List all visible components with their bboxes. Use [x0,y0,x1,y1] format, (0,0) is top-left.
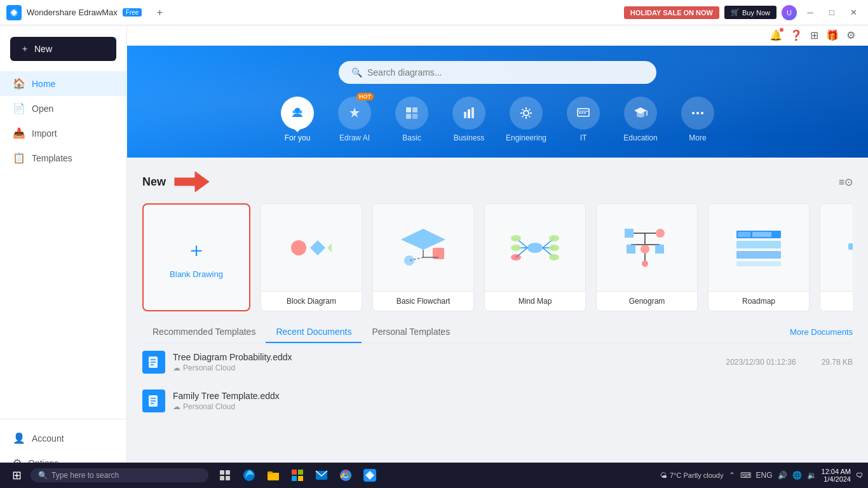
account-icon: 👤 [13,432,25,444]
svg-rect-8 [464,112,466,118]
svg-point-51 [641,245,649,254]
doc-location: ☁ Personal Cloud [173,363,726,372]
volume-icon[interactable]: 🔊 [778,471,787,480]
start-button[interactable]: ⊞ [5,466,28,485]
blank-drawing-card[interactable]: ＋ Blank Drawing [142,203,250,311]
task-view-button[interactable] [214,464,236,487]
svg-marker-25 [327,243,332,252]
category-basic[interactable]: Basic [390,97,434,142]
svg-rect-64 [848,243,853,250]
category-engineering[interactable]: Engineering [504,97,548,142]
education-icon [624,97,657,130]
view-options-button[interactable]: ≡⊙ [839,176,853,188]
svg-point-54 [642,261,648,267]
flowchart-label: Basic Flowchart [373,291,473,311]
plus-icon: ＋ [186,236,207,264]
tabs-row: Recommended Templates Recent Documents P… [142,322,853,343]
settings-icon[interactable]: ⚙ [846,29,855,41]
taskbar-icons [214,464,381,487]
hero-banner: 🔍 For you [127,46,868,158]
table-row[interactable]: Family Tree Template.eddx ☁ Personal Clo… [142,382,853,421]
network-icon[interactable]: 🌐 [792,471,802,480]
template-card-flowchart[interactable]: Basic Flowchart [372,203,474,311]
store-button[interactable] [286,464,309,487]
flowchart-preview [373,204,473,291]
notification-icon[interactable]: 🔔 [770,29,782,41]
more-documents-link[interactable]: More Documents [790,327,853,337]
template-cards: ＋ Blank Drawing Block Diagram [142,203,853,311]
svg-rect-58 [736,261,781,266]
svg-rect-4 [406,107,411,112]
svg-marker-22 [175,172,209,192]
edrawmax-button[interactable] [358,464,381,487]
content-area: 🔔 ❓ ⊞ 🎁 ⚙ 🔍 [127,25,868,488]
mail-button[interactable] [310,464,333,487]
svg-rect-6 [406,114,411,119]
doc-date: 2023/12/30 01:12:36 [726,358,796,367]
cloud-icon: ☁ [173,363,180,372]
template-card-mindmap[interactable]: Mind Map [484,203,586,311]
minimize-button[interactable]: ─ [802,4,818,21]
edge-browser-button[interactable] [238,464,261,487]
weather-icon: 🌤 [660,471,667,479]
table-row[interactable]: Tree Diagram Probability.eddx ☁ Personal… [142,343,853,382]
business-icon [452,97,485,130]
new-button[interactable]: ＋ New [10,37,116,61]
help-icon[interactable]: ❓ [790,29,803,41]
weather-widget[interactable]: 🌤 7°C Partly cloudy [660,471,724,479]
svg-point-3 [299,111,302,114]
search-input[interactable] [367,67,644,78]
category-edrawai[interactable]: HOT Edraw AI [332,97,377,142]
new-header: New ≡⊙ [142,170,853,193]
roadmap-preview [709,204,809,291]
chevron-up-icon[interactable]: ⌃ [729,471,735,480]
template-card-block[interactable]: Block Diagram [261,203,362,311]
doc-name: Tree Diagram Probability.eddx [173,352,726,362]
add-tab-button[interactable]: + [152,5,167,20]
category-education[interactable]: Education [618,97,663,142]
svg-rect-7 [412,114,417,119]
gift-icon[interactable]: 🎁 [826,29,839,41]
sidebar-item-home[interactable]: 🏠 Home [0,71,126,96]
sidebar-item-open[interactable]: 📄 Open [0,96,126,121]
foryou-icon [281,97,314,130]
file-explorer-button[interactable] [262,464,285,487]
chrome-button[interactable] [334,464,357,487]
maximize-button[interactable]: □ [824,4,840,21]
orgchart-label: Org Cha... [820,291,853,311]
close-button[interactable]: ✕ [845,4,862,21]
svg-rect-83 [298,470,303,475]
svg-rect-45 [625,229,634,238]
new-label: New [142,175,166,189]
notification-center-icon[interactable]: 🗨 [856,471,863,479]
buy-now-button[interactable]: 🛒 Buy Now [724,6,776,19]
category-foryou[interactable]: For you [275,97,320,142]
svg-marker-26 [401,229,445,250]
taskbar-search[interactable]: 🔍 Type here to search [31,468,208,482]
doc-info: Family Tree Template.eddx ☁ Personal Clo… [173,391,827,411]
template-card-genogram[interactable]: Genogram [596,203,698,311]
category-business[interactable]: Business [447,97,491,142]
template-card-roadmap[interactable]: Roadmap [708,203,810,311]
tab-recent[interactable]: Recent Documents [266,322,362,343]
svg-rect-75 [220,470,224,475]
sidebar-item-account[interactable]: 👤 Account [0,426,126,451]
new-section: New ≡⊙ ＋ Blank Drawing [127,158,868,311]
search-bar[interactable]: 🔍 [339,61,656,84]
category-more[interactable]: More [675,97,720,142]
clock[interactable]: 12:04 AM 1/4/2024 [822,468,851,483]
sidebar-item-import[interactable]: 📥 Import [0,121,126,146]
holiday-sale-button[interactable]: HOLIDAY SALE ON NOW [624,6,719,19]
apps-grid-icon[interactable]: ⊞ [810,29,818,41]
new-header-left: New [142,170,209,193]
category-it[interactable]: IT [561,97,606,142]
language-icon: ENG [756,471,773,480]
template-card-orgchart[interactable]: Org Cha... [820,203,853,311]
svg-point-32 [527,243,543,253]
tab-personal[interactable]: Personal Templates [362,322,460,343]
arrow-indicator [173,170,209,193]
svg-point-41 [511,254,521,261]
sidebar-item-templates[interactable]: 📋 Templates [0,146,126,170]
tab-recommended[interactable]: Recommended Templates [142,322,266,343]
user-avatar[interactable]: U [782,5,797,20]
